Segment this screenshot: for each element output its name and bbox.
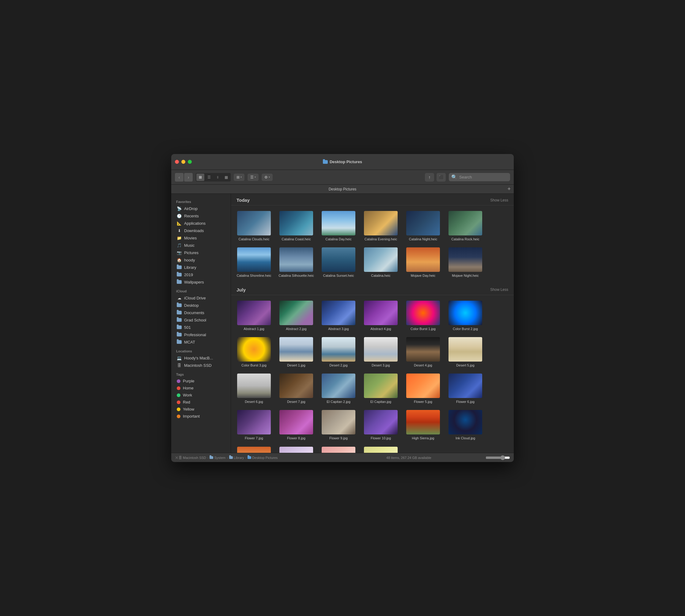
- file-item-flower9[interactable]: Flower 9.jpg: [319, 408, 359, 442]
- close-button[interactable]: [175, 160, 179, 164]
- file-thumb-mojave: [237, 447, 271, 453]
- file-item-abstract1[interactable]: Abstract 1.jpg: [234, 299, 274, 333]
- path-library[interactable]: Library: [229, 456, 244, 460]
- show-less-today[interactable]: Show Less: [490, 198, 508, 202]
- files-grid-july: Abstract 1.jpgAbstract 2.jpgAbstract 3.j…: [231, 295, 514, 453]
- sidebar-item-music[interactable]: 🎵 Music: [172, 242, 230, 249]
- path-macintosh-ssd[interactable]: 🗄 Macintosh SSD: [178, 456, 206, 460]
- file-item-catalina-evening[interactable]: Catalina Evening.heic: [361, 209, 401, 243]
- file-item-catalina-clouds[interactable]: Catalina Clouds.heic: [234, 209, 274, 243]
- file-item-mojave-day[interactable]: Mojave Day.heic: [403, 245, 443, 280]
- arrange-button[interactable]: ☰▾: [249, 174, 258, 180]
- column-view-button[interactable]: ⫴: [214, 174, 221, 181]
- file-item-flower8[interactable]: Flower 8.jpg: [276, 408, 316, 442]
- back-button[interactable]: ‹: [175, 173, 184, 181]
- show-less-july[interactable]: Show Less: [490, 287, 508, 292]
- nav-buttons: ‹ ›: [175, 173, 193, 181]
- file-item-desert1[interactable]: Desert 1.jpg: [276, 335, 316, 369]
- file-item-desert2[interactable]: Desert 2.jpg: [319, 335, 359, 369]
- sidebar-item-pictures[interactable]: 📷 Pictures: [172, 249, 230, 256]
- sidebar-item-501[interactable]: 501: [172, 324, 230, 331]
- icon-view-button[interactable]: ⊞: [196, 174, 204, 181]
- sidebar-item-purple[interactable]: Purple: [172, 377, 230, 384]
- search-input[interactable]: [459, 175, 508, 179]
- file-item-catalina-silhouette[interactable]: Catalina Silhouette.heic: [276, 245, 316, 280]
- sidebar-item-hoody[interactable]: 🏠 hoody: [172, 256, 230, 264]
- file-item-reflection3[interactable]: Reflection 3.jpg: [361, 445, 401, 453]
- file-item-elcapitan2[interactable]: El Capitan 2.jpg: [319, 372, 359, 406]
- zoom-range[interactable]: [486, 455, 510, 460]
- file-item-colorburst1[interactable]: Color Burst 1.jpg: [403, 299, 443, 333]
- file-item-flower7[interactable]: Flower 7.jpg: [234, 408, 274, 442]
- sidebar-item-wallpapers[interactable]: Wallpapers: [172, 278, 230, 286]
- file-item-catalina-sunset[interactable]: Catalina Sunset.heic: [319, 245, 359, 280]
- path-system[interactable]: System: [210, 456, 226, 460]
- file-item-desert7[interactable]: Desert 7.jpg: [276, 372, 316, 406]
- tags-button[interactable]: ⬛: [436, 173, 446, 181]
- file-item-elcapitan[interactable]: El Capitan.jpg: [361, 372, 401, 406]
- file-item-highsierra[interactable]: High Sierra.jpg: [403, 408, 443, 442]
- file-item-mojave-night[interactable]: Mojave Night.heic: [445, 245, 485, 280]
- file-item-catalina-heic[interactable]: Catalina.heic: [361, 245, 401, 280]
- close-path-button[interactable]: ✕: [175, 455, 178, 460]
- maximize-button[interactable]: [188, 160, 192, 164]
- file-item-catalina-day[interactable]: Catalina Day.heic: [319, 209, 359, 243]
- sidebar-item-applications[interactable]: 📐 Applications: [172, 220, 230, 227]
- file-item-desert4[interactable]: Desert 4.jpg: [403, 335, 443, 369]
- file-item-reflection2[interactable]: Reflection 2.jpg: [319, 445, 359, 453]
- recents-icon: 🕐: [177, 213, 182, 218]
- sidebar-item-movies[interactable]: 📁 Movies: [172, 234, 230, 242]
- sidebar-item-grad-school[interactable]: Grad School: [172, 316, 230, 324]
- file-item-desert6[interactable]: Desert 6.jpg: [234, 372, 274, 406]
- file-name-abstract1: Abstract 1.jpg: [243, 327, 264, 331]
- file-item-reflection1[interactable]: Reflection 1.jpg: [276, 445, 316, 453]
- sidebar-item-mcat[interactable]: MCAT: [172, 338, 230, 346]
- view-options-button[interactable]: ⊞▾: [235, 174, 243, 180]
- sidebar-item-macbook[interactable]: 💻 Hoody's MacB...: [172, 354, 230, 361]
- file-item-colorburst2[interactable]: Color Burst 2.jpg: [445, 299, 485, 333]
- cover-view-button[interactable]: ▦: [222, 174, 230, 181]
- list-view-button[interactable]: ☰: [205, 174, 213, 181]
- sidebar-item-icloud-drive[interactable]: ☁ iCloud Drive: [172, 294, 230, 302]
- file-thumb-catalina-rock: [449, 211, 482, 236]
- file-item-abstract3[interactable]: Abstract 3.jpg: [319, 299, 359, 333]
- file-item-inkcloud[interactable]: Ink Cloud.jpg: [445, 408, 485, 442]
- file-item-flower5[interactable]: Flower 5.jpg: [403, 372, 443, 406]
- file-item-flower6[interactable]: Flower 6.jpg: [445, 372, 485, 406]
- sidebar-item-library[interactable]: Library: [172, 264, 230, 271]
- sidebar-item-red[interactable]: Red: [172, 399, 230, 406]
- file-item-desert3[interactable]: Desert 3.jpg: [361, 335, 401, 369]
- file-item-desert5[interactable]: Desert 5.jpg: [445, 335, 485, 369]
- file-item-colorburst3[interactable]: Color Burst 3.jpg: [234, 335, 274, 369]
- sidebar-item-important[interactable]: Important: [172, 413, 230, 420]
- sidebar-item-downloads[interactable]: ⬇ Downloads: [172, 227, 230, 234]
- sidebar-label-icloud-drive: iCloud Drive: [184, 296, 206, 300]
- sidebar-item-documents[interactable]: Documents: [172, 309, 230, 316]
- sidebar-item-recents[interactable]: 🕐 Recents: [172, 212, 230, 220]
- file-item-catalina-coast[interactable]: Catalina Coast.heic: [276, 209, 316, 243]
- file-item-abstract4[interactable]: Abstract 4.jpg: [361, 299, 401, 333]
- file-item-mojave[interactable]: Mojave.heic: [234, 445, 274, 453]
- file-item-catalina-shoreline[interactable]: Catalina Shoreline.heic: [234, 245, 274, 280]
- minimize-button[interactable]: [181, 160, 185, 164]
- sidebar-item-work[interactable]: Work: [172, 392, 230, 399]
- sidebar-item-2019[interactable]: 2019: [172, 271, 230, 278]
- share-button[interactable]: ↑: [425, 173, 434, 181]
- sidebar-item-home-tag[interactable]: Home: [172, 384, 230, 392]
- file-item-flower10[interactable]: Flower 10.jpg: [361, 408, 401, 442]
- search-box[interactable]: 🔍: [449, 173, 510, 181]
- sidebar-item-desktop[interactable]: Desktop: [172, 302, 230, 309]
- path-desktop-pictures[interactable]: Desktop Pictures: [248, 456, 278, 460]
- add-button[interactable]: +: [507, 186, 511, 192]
- file-item-catalina-night[interactable]: Catalina Night.heic: [403, 209, 443, 243]
- action-button[interactable]: ⚙▾: [262, 174, 272, 180]
- file-name-flower5: Flower 5.jpg: [414, 399, 432, 404]
- sidebar-item-yellow[interactable]: Yellow: [172, 406, 230, 413]
- sidebar-item-airdrop[interactable]: 📡 AirDrop: [172, 205, 230, 212]
- sidebar-item-professional[interactable]: Professional: [172, 331, 230, 338]
- important-tag-dot: [177, 415, 180, 418]
- file-item-catalina-rock[interactable]: Catalina Rock.heic: [445, 209, 485, 243]
- sidebar-item-ssd[interactable]: 🗄 Macintosh SSD: [172, 361, 230, 369]
- file-item-abstract2[interactable]: Abstract 2.jpg: [276, 299, 316, 333]
- forward-button[interactable]: ›: [184, 173, 193, 181]
